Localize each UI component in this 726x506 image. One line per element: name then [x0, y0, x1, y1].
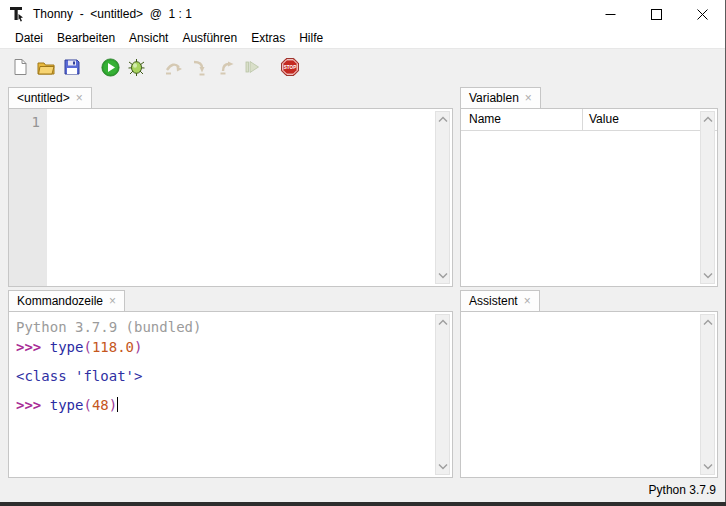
step-out-button[interactable] [214, 55, 238, 79]
shell-tab-label: Kommandozeile [17, 294, 103, 308]
step-into-icon [190, 58, 210, 76]
menu-item-ansicht[interactable]: Ansicht [122, 29, 175, 47]
scroll-down-icon[interactable] [437, 463, 449, 470]
resume-icon [244, 58, 260, 76]
run-icon [101, 58, 120, 77]
variables-table: Name Value [460, 108, 718, 287]
scroll-down-icon[interactable] [702, 463, 714, 470]
scroll-up-icon[interactable] [702, 116, 714, 123]
editor-area[interactable]: 1 [8, 108, 453, 287]
run-button[interactable] [98, 55, 122, 79]
variables-scrollbar[interactable] [700, 111, 715, 284]
save-file-button[interactable] [60, 55, 84, 79]
assistant-tab-label: Assistent [469, 294, 518, 308]
shell-line-output: <class 'float'> [16, 366, 432, 386]
scroll-up-icon[interactable] [437, 116, 449, 123]
step-out-icon [217, 58, 235, 76]
debug-button[interactable] [124, 55, 148, 79]
assistant-scrollbar[interactable] [700, 314, 715, 475]
shell-scrollbar[interactable] [435, 314, 450, 475]
text-cursor [117, 397, 118, 412]
scroll-up-icon[interactable] [702, 319, 714, 326]
thonny-window: Thonny - <untitled> @ 1 : 1 Datei Bearbe… [0, 0, 726, 506]
scroll-up-icon[interactable] [437, 319, 449, 326]
step-into-button[interactable] [188, 55, 212, 79]
window-title: Thonny - <untitled> @ 1 : 1 [33, 7, 192, 21]
variables-table-header: Name Value [461, 109, 717, 131]
assistant-tab-close-icon[interactable]: × [524, 295, 531, 307]
debug-bug-icon [127, 58, 146, 77]
interpreter-status: Python 3.7.9 [649, 483, 716, 497]
save-icon [63, 58, 81, 76]
menubar: Datei Bearbeiten Ansicht Ausführen Extra… [0, 28, 726, 48]
step-over-icon [164, 58, 184, 76]
stop-sign-icon: STOP [280, 57, 300, 77]
assistant-area [460, 311, 718, 478]
svg-text:STOP: STOP [284, 65, 296, 70]
resume-button[interactable] [240, 55, 264, 79]
close-button[interactable] [679, 0, 725, 28]
editor-tab-label: <untitled> [17, 91, 70, 105]
shell-line-banner: Python 3.7.9 (bundled) [16, 317, 432, 337]
variables-tab-label: Variablen [469, 91, 519, 105]
open-file-button[interactable] [34, 55, 58, 79]
minimize-icon [605, 9, 616, 20]
stop-button[interactable]: STOP [278, 55, 302, 79]
editor-gutter: 1 [9, 109, 47, 286]
titlebar[interactable]: Thonny - <untitled> @ 1 : 1 [0, 0, 726, 28]
shell-area[interactable]: Python 3.7.9 (bundled)>>> type(118.0)<cl… [8, 311, 453, 478]
shell-tab-close-icon[interactable]: × [109, 295, 116, 307]
thonny-logo-icon [9, 6, 25, 22]
tab-editor-untitled[interactable]: <untitled> × [8, 87, 92, 108]
variables-tab-close-icon[interactable]: × [525, 92, 532, 104]
maximize-button[interactable] [633, 0, 679, 28]
column-header-value[interactable]: Value [589, 112, 619, 126]
tab-shell[interactable]: Kommandozeile × [8, 290, 125, 311]
statusbar: Python 3.7.9 [0, 478, 726, 502]
new-file-button[interactable] [8, 55, 32, 79]
editor-tab-close-icon[interactable]: × [76, 92, 83, 104]
scroll-down-icon[interactable] [702, 272, 714, 279]
shell-output[interactable]: Python 3.7.9 (bundled)>>> type(118.0)<cl… [9, 317, 432, 477]
close-icon [697, 9, 708, 20]
editor-scrollbar[interactable] [435, 111, 450, 284]
toolbar: STOP [0, 48, 726, 85]
assistant-panel: Assistent × [460, 290, 718, 478]
new-file-icon [11, 58, 29, 76]
tab-variables[interactable]: Variablen × [460, 87, 541, 108]
open-folder-icon [36, 58, 56, 76]
variables-panel: Variablen × Name Value [460, 87, 718, 287]
minimize-button[interactable] [587, 0, 633, 28]
menu-item-ausfuehren[interactable]: Ausführen [175, 29, 244, 47]
editor-panel: <untitled> × 1 [8, 87, 453, 287]
shell-panel: Kommandozeile × Python 3.7.9 (bundled)>>… [8, 290, 453, 478]
maximize-icon [651, 9, 662, 20]
line-number: 1 [32, 114, 40, 130]
step-over-button[interactable] [162, 55, 186, 79]
column-header-name[interactable]: Name [469, 112, 501, 126]
shell-line-input: >>> type(48) [16, 395, 432, 415]
tab-assistant[interactable]: Assistent × [460, 290, 540, 311]
menu-item-hilfe[interactable]: Hilfe [292, 29, 330, 47]
column-divider [582, 109, 583, 131]
menu-item-bearbeiten[interactable]: Bearbeiten [50, 29, 122, 47]
shell-line-input: >>> type(118.0) [16, 337, 432, 357]
taskbar-edge [0, 502, 726, 506]
menu-item-datei[interactable]: Datei [8, 29, 50, 47]
menu-item-extras[interactable]: Extras [244, 29, 292, 47]
scroll-down-icon[interactable] [437, 272, 449, 279]
